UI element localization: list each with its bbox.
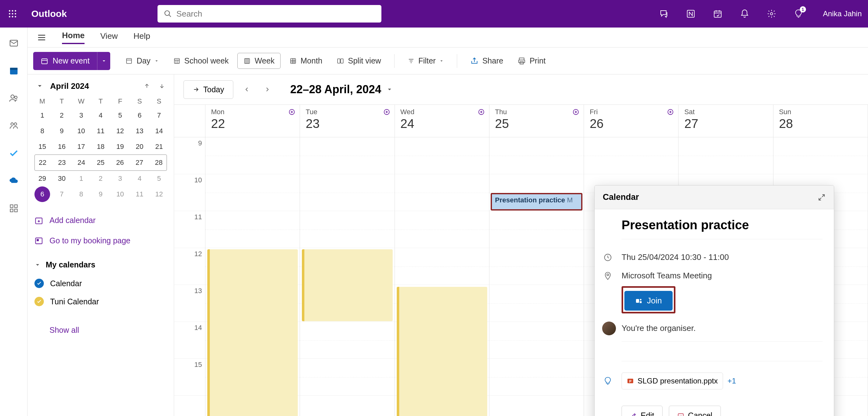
day-header[interactable]: Tue23 [300,105,394,137]
minical-day[interactable]: 2 [54,108,69,123]
day-header[interactable]: Sun28 [773,105,868,137]
minical-day[interactable]: 9 [93,186,108,202]
minical-day[interactable]: 30 [54,171,69,186]
search-box[interactable] [157,5,381,23]
minical-day[interactable]: 6 [132,108,148,123]
minical-day[interactable]: 24 [73,155,89,170]
booking-page-link[interactable]: Go to my booking page [34,231,167,251]
day-body[interactable] [206,137,300,396]
day-body[interactable] [395,137,489,396]
minical-day[interactable]: 8 [34,123,50,139]
minical-day[interactable]: 19 [113,139,128,154]
month-view-button[interactable]: Month [284,53,328,69]
minical-day[interactable]: 26 [112,155,128,170]
minical-day[interactable]: 14 [151,123,167,139]
day-header[interactable]: Sat27 [679,105,773,137]
minical-day[interactable]: 11 [93,123,108,139]
teams-chat-icon[interactable] [658,8,670,20]
minical-prev-icon[interactable] [142,81,152,91]
day-body[interactable] [300,137,394,396]
minical-day[interactable]: 18 [93,139,108,154]
minical-day[interactable]: 29 [34,171,50,186]
split-view-button[interactable]: Split view [331,53,387,69]
todo-icon[interactable] [7,147,20,160]
next-week-icon[interactable] [260,82,275,97]
calendar-event-block[interactable] [302,249,392,321]
print-button[interactable]: Print [512,53,551,69]
minical-day[interactable]: 6 [34,186,50,202]
minical-day[interactable]: 15 [34,139,50,154]
calendar-item-2[interactable]: Tuni Calendar [34,292,167,311]
minical-day[interactable]: 5 [151,171,167,186]
minical-day[interactable]: 1 [34,108,50,123]
minical-day[interactable]: 5 [113,108,128,123]
notifications-icon[interactable] [739,8,750,20]
attachment-chip[interactable]: P SLGD presentation.pptx [622,373,723,389]
minical-day[interactable]: 20 [132,139,148,154]
new-event-button[interactable]: New event [33,52,97,70]
day-header[interactable]: Fri26 [584,105,678,137]
day-view-button[interactable]: Day [120,53,164,69]
filter-button[interactable]: Filter [402,53,450,69]
add-event-icon[interactable] [667,108,674,115]
date-range-title[interactable]: 22–28 April, 2024 [290,83,393,96]
minical-day[interactable]: 28 [151,155,166,170]
calendar-event-block[interactable] [207,249,298,416]
minical-day[interactable]: 22 [35,155,51,170]
calendar-item-1[interactable]: Calendar [34,274,167,292]
minical-day[interactable]: 9 [54,123,69,139]
calendar-event-meeting[interactable]: Presentation practice M [491,193,582,210]
minical-day[interactable]: 3 [113,171,128,186]
insights-icon[interactable] [603,377,612,385]
add-calendar-link[interactable]: Add calendar [34,210,167,231]
minical-next-icon[interactable] [157,81,167,91]
search-input[interactable] [176,9,375,19]
tab-view[interactable]: View [100,31,118,43]
settings-icon[interactable] [766,8,777,20]
minical-day[interactable]: 7 [54,186,69,202]
prev-week-icon[interactable] [240,82,254,97]
add-event-icon[interactable] [572,108,579,115]
share-button[interactable]: Share [465,53,509,69]
cancel-button[interactable]: Cancel [669,406,721,416]
minical-day[interactable]: 8 [73,186,89,202]
app-launcher-icon[interactable] [6,7,19,20]
day-header[interactable]: Mon22 [206,105,300,137]
week-view-button[interactable]: Week [237,53,280,69]
add-event-icon[interactable] [288,108,295,115]
edit-button[interactable]: Edit [622,406,662,416]
minical-day[interactable]: 25 [93,155,108,170]
minical-day[interactable]: 1 [73,171,89,186]
minical-day[interactable]: 10 [113,186,128,202]
today-button[interactable]: Today [184,80,233,99]
day-header[interactable]: Wed24 [395,105,489,137]
show-all-link[interactable]: Show all [34,320,167,340]
minical-day[interactable]: 12 [151,186,167,202]
minical-day[interactable]: 27 [131,155,147,170]
join-button[interactable]: Join [624,291,673,311]
minical-day[interactable]: 13 [132,123,148,139]
add-event-icon[interactable] [478,108,485,115]
user-name[interactable]: Anika Jahin [823,9,862,18]
tab-home[interactable]: Home [62,31,85,44]
minical-day[interactable]: 16 [54,139,69,154]
minical-day[interactable]: 21 [151,139,167,154]
more-apps-icon[interactable] [7,202,20,215]
minical-day[interactable]: 23 [54,155,70,170]
add-event-icon[interactable] [383,108,390,115]
people-icon[interactable] [7,92,20,104]
minical-collapse-icon[interactable] [34,81,45,91]
my-day-icon[interactable] [712,8,723,20]
calendar-icon[interactable] [7,64,20,77]
day-body[interactable]: Presentation practice M [489,137,584,396]
calendar-event-block[interactable] [397,287,487,416]
minical-day[interactable]: 10 [73,123,89,139]
minical-day[interactable]: 12 [113,123,128,139]
minical-day[interactable]: 7 [151,108,167,123]
more-attachments-link[interactable]: +1 [727,377,736,385]
minical-day[interactable]: 4 [132,171,148,186]
tab-help[interactable]: Help [133,31,150,43]
minical-day[interactable]: 2 [93,171,108,186]
groups-icon[interactable] [7,119,20,132]
my-calendars-section[interactable]: My calendars [34,255,167,274]
